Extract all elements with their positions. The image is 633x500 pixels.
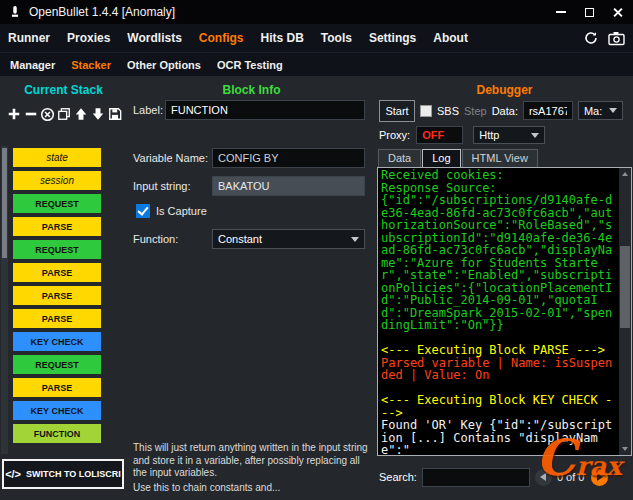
menu-item-proxies[interactable]: Proxies <box>67 31 110 45</box>
log-line: {"id":"/subscriptions/d9140afe-de36-4ead… <box>381 194 617 332</box>
stack-block-parse[interactable]: PARSE <box>13 217 101 236</box>
log-scrollbar[interactable] <box>619 168 631 455</box>
block-description: This will just return anything written i… <box>133 442 371 496</box>
stack-scrollbar[interactable] <box>1 146 8 454</box>
previous-match-button[interactable] <box>535 469 552 486</box>
stack-block-key-check[interactable]: KEY CHECK <box>13 332 101 351</box>
stack-list: statesessionREQUESTPARSEREQUESTPARSEPARS… <box>13 148 101 447</box>
stack-block-request[interactable]: REQUEST <box>13 355 101 374</box>
submenu-item-manager[interactable]: Manager <box>10 59 55 71</box>
maximize-button[interactable] <box>583 6 595 18</box>
log-scrollbar-thumb[interactable] <box>620 246 630 328</box>
menu-item-hits-db[interactable]: Hits DB <box>260 31 303 45</box>
history-icon[interactable] <box>583 30 599 46</box>
submenu-item-other-options[interactable]: Other Options <box>127 59 201 71</box>
sbs-label: SBS <box>437 105 459 117</box>
code-icon: </> <box>5 468 21 480</box>
next-match-button[interactable] <box>591 469 608 486</box>
chevron-down-icon <box>351 237 359 242</box>
stack-block-parse[interactable]: PARSE <box>13 263 101 282</box>
chevron-down-icon <box>531 133 539 138</box>
stack-block-parse[interactable]: PARSE <box>13 309 101 328</box>
stack-block-parse[interactable]: PARSE <box>13 286 101 305</box>
arrow-down-icon <box>91 107 105 121</box>
stack-block-state[interactable]: state <box>13 148 101 167</box>
proxy-type-dropdown[interactable]: Http <box>473 126 545 144</box>
tab-html-view[interactable]: HTML View <box>462 149 538 167</box>
stack-scrollbar-thumb[interactable] <box>2 148 7 258</box>
menu-item-tools[interactable]: Tools <box>321 31 352 45</box>
camera-icon[interactable] <box>608 31 625 46</box>
function-dropdown-value: Constant <box>218 233 262 245</box>
menu-item-runner[interactable]: Runner <box>8 31 50 45</box>
triangle-down-icon <box>622 447 628 451</box>
stack-block-parse[interactable]: PARSE <box>13 378 101 397</box>
menu-item-settings[interactable]: Settings <box>369 31 416 45</box>
config-submenu: ManagerStackerOther OptionsOCR Testing <box>0 52 633 76</box>
app-window: OpenBullet 1.4.4 [Anomaly] RunnerProxies… <box>0 0 633 500</box>
menu-items: RunnerProxiesWordlistsConfigsHits DBTool… <box>8 31 468 45</box>
window-controls <box>555 6 623 18</box>
circle-x-icon <box>40 107 55 122</box>
menu-item-about[interactable]: About <box>433 31 468 45</box>
debugger-controls-row: Start SBS Step Data: Ma: <box>379 99 631 122</box>
submenu-item-ocr-testing[interactable]: OCR Testing <box>217 59 283 71</box>
function-dropdown[interactable]: Constant <box>212 229 365 249</box>
move-down-button[interactable] <box>90 106 106 122</box>
save-icon <box>108 107 122 121</box>
block-info-title: Block Info <box>128 83 375 97</box>
tab-data[interactable]: Data <box>378 149 421 167</box>
scroll-up-button[interactable] <box>619 168 631 180</box>
plus-icon <box>7 107 21 121</box>
stack-block-session[interactable]: session <box>13 171 101 190</box>
add-block-button[interactable] <box>6 106 22 122</box>
proxy-label: Proxy: <box>379 129 410 141</box>
stack-block-key-check[interactable]: KEY CHECK <box>13 401 101 420</box>
stack-block-function[interactable]: FUNCTION <box>13 424 101 443</box>
tab-log[interactable]: Log <box>422 149 460 167</box>
variable-name-row: Variable Name: <box>133 148 370 168</box>
minimize-icon <box>556 11 566 13</box>
sbs-checkbox[interactable] <box>420 105 432 117</box>
proxy-row: Proxy: OFF Http <box>379 125 545 145</box>
block-description-text-2: Use this to chain constants and... <box>133 482 371 495</box>
stack-block-request[interactable]: REQUEST <box>13 240 101 259</box>
variable-name-input[interactable] <box>212 148 365 168</box>
is-capture-label: Is Capture <box>156 205 207 217</box>
block-info-panel: Block Info Label: Variable Name: Input s… <box>128 76 375 500</box>
stack-panel: Current Stack <box>0 76 127 500</box>
submenu-item-stacker[interactable]: Stacker <box>71 59 111 71</box>
move-up-button[interactable] <box>73 106 89 122</box>
data-input[interactable] <box>523 101 573 120</box>
log-line: Found 'OR' Key {"id":"/subscription [...… <box>381 419 617 454</box>
clear-stack-button[interactable] <box>40 106 56 122</box>
save-stack-button[interactable] <box>107 106 123 122</box>
clone-block-button[interactable] <box>56 106 72 122</box>
remove-block-button[interactable] <box>23 106 39 122</box>
search-input[interactable] <box>422 468 530 487</box>
scroll-down-button[interactable] <box>619 443 631 455</box>
switch-to-loliscript-button[interactable]: </> SWITCH TO LOLISCRI <box>2 459 124 489</box>
label-input[interactable] <box>165 100 365 120</box>
debugger-panel: Debugger Start SBS Step Data: Ma: Proxy:… <box>376 76 633 500</box>
menu-item-wordlists[interactable]: Wordlists <box>127 31 181 45</box>
main-menu: RunnerProxiesWordlistsConfigsHits DBTool… <box>0 24 633 52</box>
close-button[interactable] <box>611 6 623 18</box>
input-string-input[interactable] <box>212 176 365 196</box>
is-capture-checkbox[interactable] <box>136 204 150 218</box>
proxy-toggle[interactable]: OFF <box>416 126 463 144</box>
wordlist-type-dropdown[interactable]: Ma: <box>578 101 623 120</box>
step-button[interactable]: Step <box>464 105 487 117</box>
menu-item-configs[interactable]: Configs <box>199 31 244 45</box>
clone-icon <box>57 107 71 121</box>
start-button[interactable]: Start <box>379 100 415 122</box>
stack-panel-title: Current Stack <box>0 83 127 97</box>
minimize-button[interactable] <box>555 6 567 18</box>
title-bar: OpenBullet 1.4.4 [Anomaly] <box>0 0 633 24</box>
chevron-down-icon <box>609 108 617 113</box>
stack-toolbar <box>6 102 123 126</box>
data-label: Data: <box>492 105 518 117</box>
stack-block-request[interactable]: REQUEST <box>13 194 101 213</box>
input-string-label: Input string: <box>133 180 210 192</box>
search-label: Search: <box>379 471 417 483</box>
